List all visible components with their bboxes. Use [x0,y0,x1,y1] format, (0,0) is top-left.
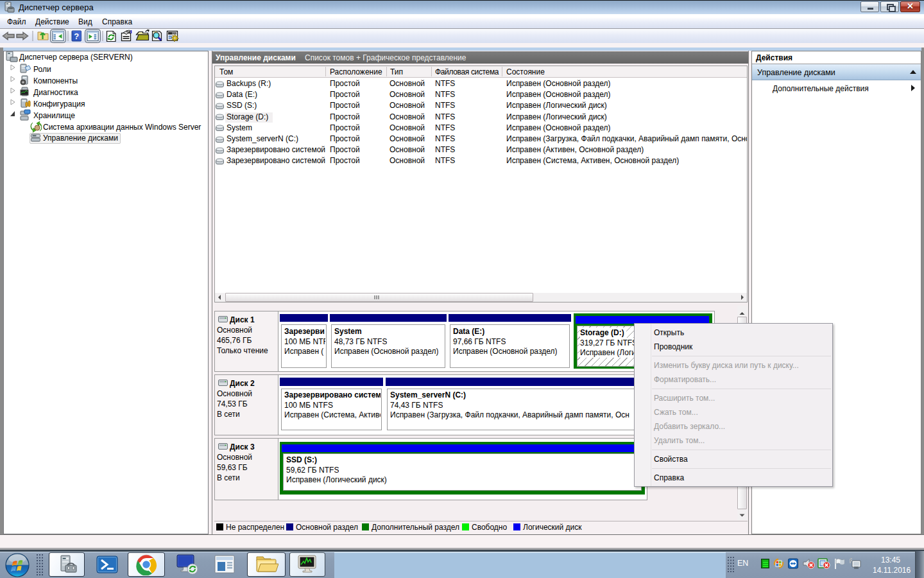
svg-text:?: ? [74,31,79,41]
